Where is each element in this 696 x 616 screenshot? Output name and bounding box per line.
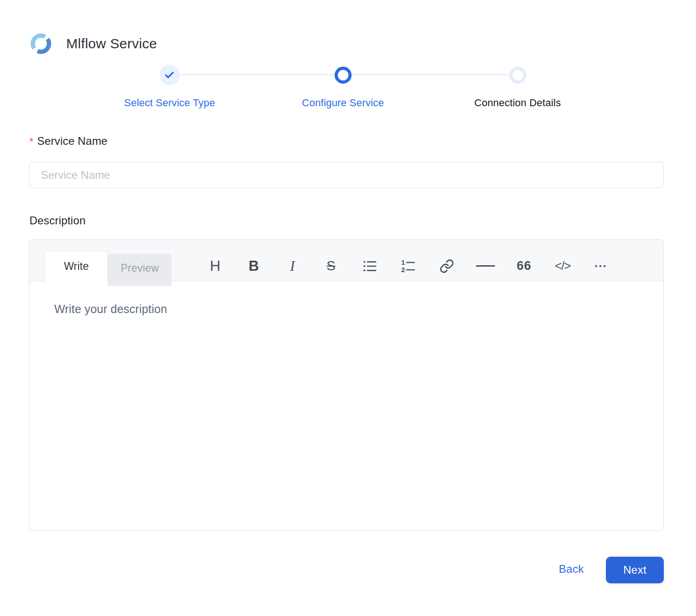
link-button[interactable] xyxy=(437,255,457,278)
italic-icon: I xyxy=(290,257,295,274)
strikethrough-icon: S xyxy=(326,258,335,274)
step-completed-circle xyxy=(160,65,180,85)
svg-text:1: 1 xyxy=(401,259,405,266)
wizard-stepper: Select Service Type Configure Service Co… xyxy=(29,65,663,111)
step-connection-details[interactable]: Connection Details xyxy=(474,65,561,109)
unordered-list-button[interactable] xyxy=(359,255,380,278)
service-setup-wizard: Mlflow Service Select Service Type Confi… xyxy=(0,0,696,616)
strikethrough-button[interactable]: S xyxy=(321,255,341,278)
next-button[interactable]: Next xyxy=(606,557,664,583)
ordered-list-button[interactable]: 1 2 xyxy=(398,255,418,278)
quote-icon: 66 xyxy=(517,259,531,273)
more-options-icon: ••• xyxy=(595,262,608,270)
quote-button[interactable]: 66 xyxy=(514,255,534,278)
step-label-connection-details: Connection Details xyxy=(474,97,561,109)
service-name-label: *Service Name xyxy=(29,135,108,148)
heading-button[interactable]: H xyxy=(205,255,225,278)
editor-tabs: Write Preview xyxy=(45,251,171,286)
step-configure-service[interactable]: Configure Service xyxy=(302,65,384,109)
step-label-select-service-type: Select Service Type xyxy=(124,97,215,109)
ordered-list-icon: 1 2 xyxy=(401,259,416,274)
service-name-label-text: Service Name xyxy=(37,135,108,147)
back-button[interactable]: Back xyxy=(559,563,584,576)
editor-tool-group: H B I S xyxy=(205,255,611,278)
description-label: Description xyxy=(29,214,86,227)
page-title: Mlflow Service xyxy=(66,36,157,51)
italic-button[interactable]: I xyxy=(282,255,302,278)
tab-write[interactable]: Write xyxy=(45,251,108,286)
page-header: Mlflow Service xyxy=(29,32,157,55)
bold-icon: B xyxy=(249,258,259,274)
step-pending-circle xyxy=(509,67,526,84)
code-icon: </> xyxy=(555,259,571,273)
service-name-input[interactable] xyxy=(29,162,664,188)
description-editor: Write Preview H B I S xyxy=(29,240,664,531)
heading-icon: H xyxy=(210,257,220,274)
more-options-button[interactable]: ••• xyxy=(591,255,611,278)
step-active-circle xyxy=(334,67,351,84)
bold-button[interactable]: B xyxy=(244,255,264,278)
link-icon xyxy=(439,259,454,274)
description-textarea[interactable] xyxy=(29,281,663,530)
horizontal-rule-button[interactable] xyxy=(475,255,496,278)
check-icon xyxy=(164,70,175,80)
mlflow-logo-icon xyxy=(29,32,52,55)
svg-text:2: 2 xyxy=(401,266,405,273)
step-select-service-type[interactable]: Select Service Type xyxy=(124,65,215,109)
unordered-list-icon xyxy=(362,259,377,274)
tab-preview[interactable]: Preview xyxy=(108,254,171,286)
code-button[interactable]: </> xyxy=(553,255,573,278)
horizontal-rule-icon xyxy=(476,265,495,267)
required-asterisk: * xyxy=(29,136,34,147)
step-label-configure-service: Configure Service xyxy=(302,97,384,109)
editor-toolbar: Write Preview H B I S xyxy=(29,240,663,281)
